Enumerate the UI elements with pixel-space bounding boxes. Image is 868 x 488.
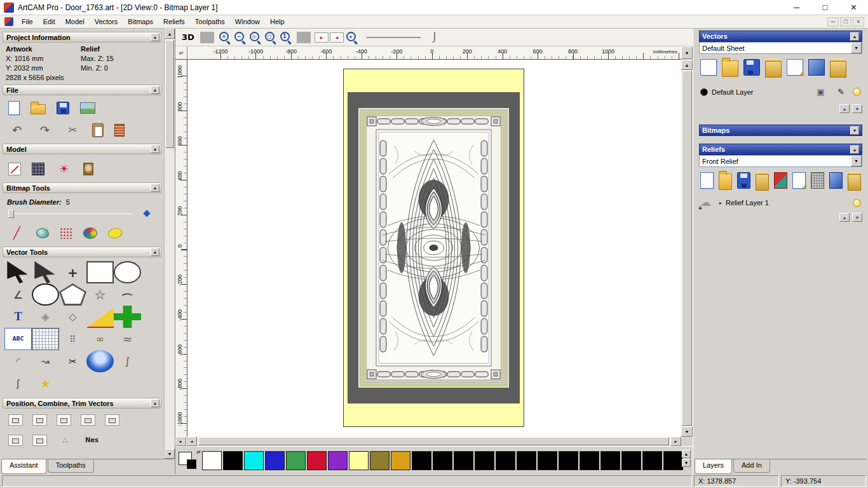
new-vector-sheet-icon[interactable] bbox=[700, 59, 717, 76]
paste-icon[interactable] bbox=[92, 123, 104, 137]
slider-track[interactable] bbox=[8, 214, 133, 214]
view-3d-button[interactable]: 3D bbox=[180, 30, 196, 44]
paste-along-curve-icon[interactable] bbox=[32, 328, 59, 350]
wrap-text-icon[interactable]: ABC bbox=[4, 328, 32, 350]
node-editing-icon[interactable] bbox=[32, 261, 59, 283]
scroll-down-button[interactable]: ▼ bbox=[681, 426, 693, 437]
ruler-unit-dropdown[interactable]: ▼ bbox=[681, 46, 693, 59]
pan-button[interactable]: ▸ bbox=[175, 437, 186, 446]
merge-layers-icon[interactable] bbox=[808, 59, 825, 76]
collapse-section-button[interactable]: ▲ bbox=[151, 184, 159, 192]
scroll-up-button[interactable]: ▲ bbox=[165, 29, 175, 39]
relief-select[interactable]: Front Relief ▼ bbox=[699, 155, 862, 167]
relief-stack-icon[interactable] bbox=[756, 174, 769, 191]
move-layer-down-button[interactable]: ▼ bbox=[852, 213, 862, 222]
color-swatch-black[interactable] bbox=[223, 451, 243, 470]
menu-item[interactable]: File bbox=[17, 16, 38, 27]
color-swatch-black[interactable] bbox=[475, 451, 494, 470]
relief-thumbnail[interactable]: ☁ + bbox=[700, 196, 715, 209]
close-button[interactable]: × bbox=[839, 0, 868, 15]
color-swatch-gold[interactable] bbox=[391, 451, 410, 470]
tab-layers[interactable]: Layers bbox=[695, 459, 732, 474]
color-swatch-white[interactable] bbox=[202, 451, 222, 470]
nesting-icon[interactable]: Nes bbox=[83, 431, 100, 449]
primary-secondary-color-indicator[interactable]: ⇄ bbox=[178, 449, 202, 472]
tab-add-in[interactable]: Add In bbox=[733, 459, 770, 473]
vector-sheet-select[interactable]: Default Sheet ▼ bbox=[699, 42, 862, 54]
canvas-vertical-scrollbar[interactable]: ▲ ▼ bbox=[681, 60, 693, 437]
cut-icon[interactable]: ✂ bbox=[64, 121, 81, 139]
lighting-icon[interactable]: ☀ bbox=[55, 160, 72, 177]
collapse-section-button[interactable]: ▲ bbox=[151, 399, 159, 407]
bead-chain-icon[interactable]: ∞ bbox=[86, 328, 114, 350]
merge-relief-icon[interactable] bbox=[829, 172, 843, 189]
scroll-thumb[interactable] bbox=[198, 437, 669, 445]
undo-icon[interactable]: ↶ bbox=[8, 121, 25, 139]
color-swatch-purple[interactable] bbox=[328, 451, 348, 470]
color-swatch-black[interactable] bbox=[454, 451, 473, 470]
measure-icon[interactable]: ◈ bbox=[32, 306, 59, 328]
align-bottom-icon[interactable] bbox=[81, 414, 95, 426]
group-icon[interactable]: ∴ bbox=[57, 431, 74, 449]
layer-edit-icon[interactable]: ✎ bbox=[832, 83, 850, 100]
collapse-section-button[interactable]: ▲ bbox=[151, 86, 159, 94]
move-layer-down-button[interactable]: ▼ bbox=[852, 104, 862, 113]
create-text-icon[interactable]: T bbox=[4, 306, 32, 328]
mdi-minimize-button[interactable]: ─ bbox=[827, 17, 839, 27]
slider-handle[interactable] bbox=[8, 210, 14, 218]
palette-icon[interactable] bbox=[83, 227, 97, 239]
star-wrap-icon[interactable]: ★ bbox=[32, 372, 59, 395]
transform-vectors-icon[interactable]: + bbox=[59, 261, 86, 283]
snap-prev-icon[interactable]: ◂ bbox=[330, 32, 344, 43]
create-star-icon[interactable]: ☆ bbox=[86, 283, 114, 306]
select-vectors-icon[interactable] bbox=[4, 261, 32, 283]
new-relief-layer-icon[interactable] bbox=[792, 172, 806, 189]
new-vector-layer-icon[interactable] bbox=[787, 59, 803, 76]
color-swatch-red[interactable] bbox=[307, 451, 327, 470]
menu-item[interactable]: Model bbox=[60, 16, 90, 27]
create-ellipse-icon[interactable] bbox=[114, 261, 141, 283]
secondary-color-swatch[interactable] bbox=[187, 459, 196, 469]
mdi-restore-button[interactable]: □ bbox=[840, 17, 851, 27]
create-circle-icon[interactable] bbox=[32, 283, 59, 306]
flood-fill-icon[interactable] bbox=[108, 228, 122, 238]
color-swatch-olive[interactable] bbox=[370, 451, 390, 470]
scroll-right-button[interactable]: ▸ bbox=[670, 437, 681, 446]
menu-item[interactable]: Edit bbox=[38, 16, 60, 27]
scroll-down-button[interactable]: ▼ bbox=[165, 449, 175, 459]
color-swatch-black[interactable] bbox=[517, 451, 536, 470]
vector-layer-name[interactable]: Default Layer bbox=[712, 88, 808, 96]
color-swatch-black[interactable] bbox=[580, 451, 599, 470]
reset-relief-icon[interactable] bbox=[774, 172, 787, 189]
load-texture-icon[interactable] bbox=[83, 163, 93, 175]
palette-scroll-up-button[interactable]: ▲ bbox=[682, 450, 691, 458]
collapse-section-button[interactable]: ▲ bbox=[151, 33, 159, 41]
minimize-button[interactable]: ─ bbox=[782, 0, 811, 15]
new-model-icon[interactable] bbox=[8, 101, 20, 115]
dropdown-arrow-icon[interactable]: ▼ bbox=[851, 156, 862, 166]
create-polygon-icon[interactable] bbox=[59, 283, 86, 306]
adjust-model-icon[interactable] bbox=[32, 163, 44, 175]
swap-colors-icon[interactable]: ⇄ bbox=[196, 449, 201, 455]
scroll-thumb[interactable] bbox=[165, 40, 174, 148]
collapse-reliefs-button[interactable]: ▲ bbox=[850, 146, 859, 154]
tab-toolpaths[interactable]: Toolpaths bbox=[48, 459, 94, 473]
scroll-left-button[interactable]: ◂ bbox=[186, 437, 197, 446]
vector-layer-row[interactable]: Default Layer ▣✎ bbox=[699, 81, 862, 103]
nest-vectors-icon[interactable]: ⠿ bbox=[59, 328, 86, 350]
layer-color-swatch[interactable] bbox=[700, 88, 708, 96]
toggle-all-layers-icon[interactable] bbox=[830, 61, 846, 78]
align-centers-icon[interactable] bbox=[32, 414, 47, 426]
move-layer-up-button[interactable]: ▲ bbox=[839, 104, 850, 113]
zoom-window-icon[interactable]: ▫ bbox=[248, 30, 262, 44]
canvas-2d-view[interactable] bbox=[187, 60, 681, 437]
collapse-section-button[interactable]: ▲ bbox=[151, 145, 159, 153]
new-relief-icon[interactable] bbox=[700, 172, 714, 189]
wave-icon[interactable]: ≈ bbox=[114, 328, 141, 350]
mirror-icon[interactable] bbox=[32, 435, 47, 446]
menu-item[interactable]: Bitmaps bbox=[123, 16, 158, 27]
fillet-icon[interactable] bbox=[86, 306, 114, 328]
relief-layer-visibility-icon[interactable] bbox=[853, 199, 861, 207]
align-right-icon[interactable] bbox=[8, 435, 23, 446]
collapse-vectors-button[interactable]: ▲ bbox=[850, 32, 859, 41]
